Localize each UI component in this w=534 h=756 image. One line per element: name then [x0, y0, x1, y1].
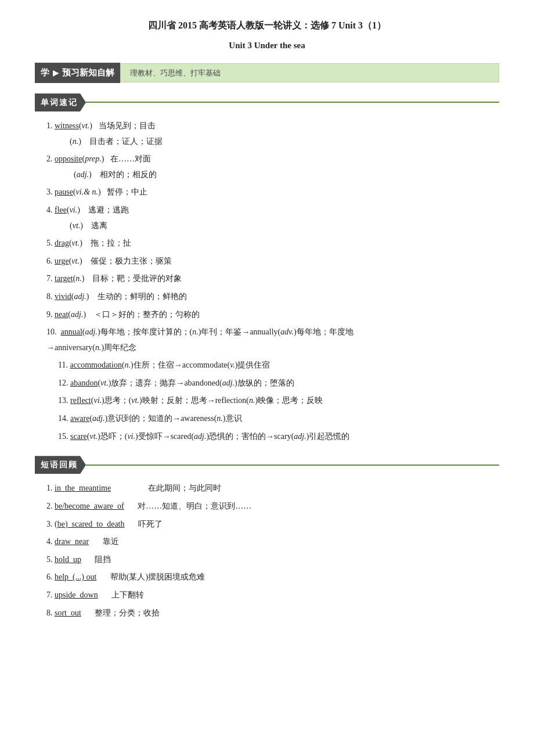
vocab-num: 13. — [58, 396, 68, 405]
vocab-word-12: abandon — [70, 379, 98, 387]
phrase-item-8: 8. sort_out 整理；分类；收拾 — [46, 606, 499, 621]
vocab-num: 12. — [58, 379, 68, 387]
vocab-num: 1. — [46, 121, 53, 130]
vocab-sub-4: (vt.) 逃离 — [70, 218, 499, 234]
phrase-meaning-3: 吓死了 — [138, 520, 163, 528]
phrase-num: 5. — [46, 555, 53, 564]
phrase-meaning-2: 对……知道、明白；意识到…… — [138, 502, 251, 510]
phrase-num: 3. — [46, 520, 53, 528]
section1-banner: 单词速记 — [35, 93, 499, 111]
phrase-item-5: 5. hold_up 阻挡 — [46, 552, 499, 568]
section1-line — [86, 102, 499, 103]
vocab-item-11: 11. accommodation(n.)住所；住宿→accommodate(v… — [58, 358, 499, 373]
vocab-item-12: 12. abandon(vt.)放弃；遗弃；抛弃→abandoned(adj.)… — [58, 376, 499, 391]
vocab-num: 4. — [46, 206, 53, 214]
vocab-num: 6. — [46, 257, 53, 265]
phrase-7: upside_down — [55, 591, 98, 599]
vocab-item-14: 14. aware(adj.)意识到的；知道的→awareness(n.)意识 — [58, 411, 499, 427]
sub-title: Unit 3 Under the sea — [35, 38, 499, 53]
vocab-word-15: scare — [70, 432, 87, 441]
vocab-word-3: pause — [55, 188, 73, 196]
vocab-item-4: 4. flee(vi.) 逃避；逃跑 (vt.) 逃离 — [46, 203, 499, 233]
vocab-num: 9. — [46, 310, 53, 319]
vocab-pos-1: vt. — [82, 121, 90, 130]
vocab-item-1: 1. witness(vt.) 当场见到；目击 (n.) 目击者；证人；证据 — [46, 118, 499, 149]
phrase-num: 1. — [46, 484, 53, 492]
vocab-meaning-1: 当场见到；目击 — [99, 121, 156, 130]
phrase-num: 6. — [46, 573, 53, 581]
vocab-sub-1: (n.) 目击者；证人；证据 — [70, 134, 499, 150]
phrase-5: hold_up — [55, 555, 81, 564]
vocab-item-13: 13. reflect(vi.)思考；(vt.)映射；反射；思考→reflect… — [58, 393, 499, 409]
phrase-meaning-4: 靠近 — [103, 537, 119, 546]
vocab-num: 7. — [46, 274, 53, 283]
phrase-item-6: 6. help_(...) out 帮助(某人)摆脱困境或危难 — [46, 570, 499, 585]
xue-arrow-symbol: ▶ — [53, 66, 59, 80]
vocab-word-7: target — [55, 274, 73, 283]
vocab-word-2: opposite — [55, 154, 82, 163]
xue-banner: 学 ▶ 预习新知自解 理教材、巧思维、打牢基础 — [35, 63, 499, 83]
vocab-item-3: 3. pause(vi.& n.) 暂停；中止 — [46, 185, 499, 200]
phrase-item-7: 7. upside_down 上下翻转 — [46, 588, 499, 603]
vocab-item-5: 5. drag(vt.) 拖；拉；扯 — [46, 236, 499, 251]
vocab-word-6: urge — [55, 257, 69, 265]
vocab-word-9: neat — [55, 310, 68, 319]
vocab-item-10: 10. annual(adj.)每年地；按年度计算的；(n.)年刊；年鉴→ann… — [46, 325, 499, 355]
phrase-meaning-5: 阻挡 — [95, 555, 111, 564]
xue-right-text: 理教材、巧思维、打牢基础 — [120, 63, 499, 82]
vocab-sub-2: (adj.) 相对的；相反的 — [70, 167, 499, 183]
xue-main-text: 预习新知自解 — [62, 65, 114, 81]
section2-banner: 短语回顾 — [35, 456, 499, 474]
section2-title: 短语回顾 — [35, 456, 86, 474]
vocab-word-13: reflect — [70, 396, 91, 405]
vocab-word-10: annual — [61, 327, 82, 336]
vocab-item-9: 9. neat(adj.) ＜口＞好的；整齐的；匀称的 — [46, 307, 499, 323]
phrase-2: be/become_aware_of — [55, 502, 124, 510]
vocab-num: 14. — [58, 414, 68, 423]
phrase-item-4: 4. draw_near 靠近 — [46, 534, 499, 550]
phrase-num: 7. — [46, 591, 53, 599]
phrase-8: sort_out — [55, 609, 81, 617]
vocab-word-11: accommodation — [70, 361, 121, 369]
vocab-word-1: witness — [55, 121, 79, 130]
vocab-item-15: 15. scare(vt.)恐吓；(vi.)受惊吓→scared(adj.)恐惧… — [58, 429, 499, 445]
vocab-num: 15. — [58, 432, 68, 441]
phrase-meaning-8: 整理；分类；收拾 — [95, 609, 160, 617]
phrase-1: in_the_meantime — [55, 484, 111, 492]
vocab-item-2: 2. opposite(prep.) 在……对面 (adj.) 相对的；相反的 — [46, 152, 499, 182]
section1-title: 单词速记 — [35, 93, 86, 111]
phrase-3: (be)_scared_to_death — [55, 520, 125, 528]
phrase-num: 2. — [46, 502, 53, 510]
phrase-4: draw_near — [55, 537, 89, 546]
vocab-sub-10: →anniversary(n.)周年纪念 — [46, 340, 499, 356]
vocab-word-4: flee — [55, 206, 67, 214]
phrase-num: 8. — [46, 609, 53, 617]
vocab-num: 8. — [46, 292, 53, 301]
vocab-num: 2. — [46, 154, 53, 163]
vocab-word-8: vivid — [55, 292, 71, 301]
vocab-list: 1. witness(vt.) 当场见到；目击 (n.) 目击者；证人；证据 2… — [46, 118, 499, 444]
xue-left-label: 学 ▶ 预习新知自解 — [35, 63, 120, 83]
phrase-list: 1. in_the_meantime 在此期间；与此同时 2. be/becom… — [46, 481, 499, 621]
phrase-meaning-7: 上下翻转 — [111, 591, 144, 599]
phrase-meaning-6: 帮助(某人)摆脱困境或危难 — [110, 573, 205, 581]
phrase-6: help_(...) out — [55, 573, 96, 581]
vocab-num: 11. — [58, 361, 68, 369]
vocab-item-7: 7. target(n.) 目标；靶；受批评的对象 — [46, 271, 499, 287]
main-title: 四川省 2015 高考英语人教版一轮讲义：选修 7 Unit 3（1） — [35, 17, 499, 34]
vocab-num: 3. — [46, 188, 53, 196]
vocab-item-6: 6. urge(vt.) 催促；极力主张；驱策 — [46, 254, 499, 269]
vocab-word-14: aware — [70, 414, 89, 423]
phrase-meaning-1: 在此期间；与此同时 — [148, 484, 221, 492]
xue-char: 学 — [41, 65, 49, 81]
phrase-item-2: 2. be/become_aware_of 对……知道、明白；意识到…… — [46, 499, 499, 514]
vocab-num: 10. — [46, 327, 57, 336]
phrase-item-1: 1. in_the_meantime 在此期间；与此同时 — [46, 481, 499, 496]
phrase-item-3: 3. (be)_scared_to_death 吓死了 — [46, 517, 499, 532]
phrase-num: 4. — [46, 537, 53, 546]
vocab-item-8: 8. vivid(adj.) 生动的；鲜明的；鲜艳的 — [46, 289, 499, 305]
section2-line — [86, 465, 499, 466]
vocab-word-5: drag — [55, 239, 69, 247]
vocab-num: 5. — [46, 239, 53, 247]
